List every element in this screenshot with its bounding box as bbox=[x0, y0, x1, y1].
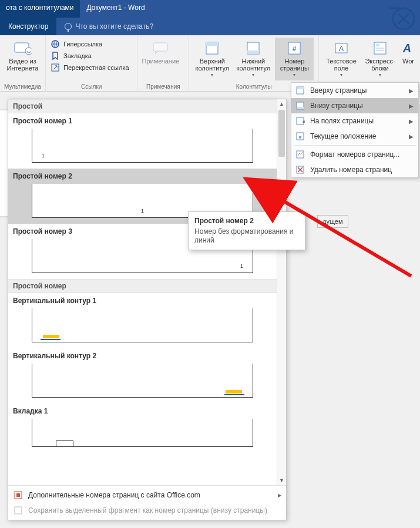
preview-number: 1 bbox=[141, 208, 144, 214]
comment-label: Примечание bbox=[142, 58, 179, 65]
gallery-item-preview bbox=[32, 419, 253, 447]
gallery-more-label: Дополнительные номера страниц с сайта Of… bbox=[28, 491, 200, 499]
dropdown-arrow-icon: ▾ bbox=[340, 73, 342, 78]
hyperlink-label: Гиперссылка bbox=[63, 41, 102, 48]
remove-icon bbox=[295, 164, 305, 175]
svg-rect-15 bbox=[376, 44, 379, 46]
preview-number: 1 bbox=[240, 263, 243, 269]
menu-item-format-page-numbers[interactable]: Формат номеров страниц... bbox=[291, 147, 418, 162]
gallery-item-preview bbox=[32, 308, 253, 342]
menu-label: Удалить номера страниц bbox=[310, 166, 392, 174]
bookmark-icon bbox=[51, 51, 60, 60]
gallery-item-simple-1[interactable]: Простой номер 1 1 bbox=[8, 113, 277, 169]
group-comments-caption: Примечания bbox=[141, 82, 185, 90]
scroll-down-button[interactable]: ▼ bbox=[277, 476, 286, 485]
tell-me-search[interactable]: Что вы хотите сделать? bbox=[56, 22, 162, 31]
scroll-thumb[interactable] bbox=[278, 110, 285, 157]
group-links: Гиперссылка Закладка Перекрестная ссылка… bbox=[46, 35, 137, 91]
online-video-label: Видео из Интернета bbox=[5, 58, 41, 72]
tooltip-title: Простой номер 2 bbox=[194, 217, 299, 225]
menu-label: Вверху страницы bbox=[310, 86, 367, 95]
tab-constructor[interactable]: Конструктор bbox=[0, 18, 56, 35]
online-video-button[interactable]: Видео из Интернета bbox=[4, 38, 42, 74]
crossref-label: Перекрестная ссылка bbox=[63, 64, 129, 71]
format-icon bbox=[295, 149, 305, 160]
gallery-item-tooltip: Простой номер 2 Номер без форматирования… bbox=[188, 211, 305, 250]
accent-shape bbox=[226, 390, 242, 394]
dropdown-arrow-icon: ▾ bbox=[293, 73, 295, 78]
svg-rect-9 bbox=[247, 51, 259, 54]
gallery-item-tab-1[interactable]: Вкладка 1 bbox=[8, 403, 277, 453]
group-multimedia-caption: Мультимедиа bbox=[4, 82, 42, 90]
menu-label: Внизу страницы bbox=[310, 102, 363, 110]
header-button[interactable]: Верхний колонтитул ▾ bbox=[193, 38, 231, 80]
link-previous-button[interactable]: дущем bbox=[317, 215, 348, 228]
svg-rect-31 bbox=[15, 507, 22, 514]
menu-item-current-position[interactable]: # Текущее положение ▶ bbox=[291, 129, 418, 144]
dropdown-arrow-icon: ▾ bbox=[252, 73, 254, 78]
crossref-button[interactable]: Перекрестная ссылка bbox=[49, 62, 130, 73]
hyperlink-button[interactable]: Гиперссылка bbox=[49, 39, 130, 49]
group-multimedia: Видео из Интернета Мультимедиа bbox=[0, 35, 46, 91]
footer-button[interactable]: Нижний колонтитул ▾ bbox=[234, 38, 273, 80]
bookmark-button[interactable]: Закладка bbox=[49, 51, 130, 61]
svg-rect-22 bbox=[297, 107, 304, 109]
document-title: Документ1 - Word bbox=[80, 0, 152, 18]
gallery-item-vertical-outline-2[interactable]: Вертикальный контур 2 bbox=[8, 348, 277, 403]
link-previous-label: дущем bbox=[322, 218, 343, 225]
textbox-button[interactable]: A Текстовое поле ▾ bbox=[322, 38, 360, 80]
page-number-gallery: Простой Простой номер 1 1 Простой номер … bbox=[8, 99, 287, 520]
wordart-label: Wor bbox=[402, 58, 414, 65]
gallery-item-preview: 1 bbox=[32, 129, 253, 163]
gallery-scrollbar[interactable]: ▲ ▼ bbox=[277, 99, 286, 485]
footer-label: Нижний колонтитул bbox=[235, 58, 271, 72]
page-number-button[interactable]: # Номер страницы ▾ bbox=[275, 38, 314, 80]
menu-item-page-margins[interactable]: # На полях страницы ▶ bbox=[291, 113, 418, 129]
svg-text:A: A bbox=[402, 42, 411, 55]
gallery-more-from-office[interactable]: Дополнительные номера страниц с сайта Of… bbox=[12, 488, 283, 502]
bookmark-label: Закладка bbox=[63, 52, 92, 59]
comment-icon bbox=[151, 40, 170, 56]
lightbulb-icon bbox=[65, 23, 72, 30]
quickparts-label: Экспресс-блоки bbox=[364, 58, 397, 72]
dropdown-arrow-icon: ▾ bbox=[379, 73, 381, 78]
group-comments: Примечание Примечания bbox=[137, 35, 189, 91]
page-number-icon: # bbox=[285, 40, 304, 56]
textbox-label: Текстовое поле bbox=[324, 58, 359, 72]
gallery-item-title: Простой номер 2 bbox=[12, 170, 273, 184]
wordart-button[interactable]: A Wor bbox=[400, 38, 416, 67]
menu-item-top-of-page[interactable]: Вверху страницы ▶ bbox=[291, 83, 418, 98]
footer-icon bbox=[244, 40, 263, 56]
accent-underline bbox=[41, 339, 61, 340]
page-bottom-icon bbox=[295, 100, 305, 111]
page-number-label: Номер страницы bbox=[276, 58, 313, 72]
comment-button[interactable]: Примечание bbox=[141, 38, 180, 67]
gallery-item-title: Вкладка 1 bbox=[12, 405, 273, 419]
svg-text:A: A bbox=[339, 45, 344, 53]
menu-item-bottom-of-page[interactable]: Внизу страницы ▶ bbox=[291, 98, 418, 113]
page-number-menu: Вверху страницы ▶ Внизу страницы ▶ # На … bbox=[291, 82, 419, 178]
gallery-item-vertical-outline-1[interactable]: Вертикальный контур 1 bbox=[8, 293, 277, 348]
gallery-save-selection: Сохранить выделенный фрагмент как номер … bbox=[12, 503, 283, 517]
gallery-section-simple: Простой bbox=[8, 99, 277, 113]
header-icon bbox=[203, 40, 221, 56]
dropdown-arrow-icon: ▾ bbox=[211, 73, 213, 78]
quickparts-button[interactable]: Экспресс-блоки ▾ bbox=[362, 38, 398, 80]
gallery-section-simple-number: Простой номер bbox=[8, 279, 277, 293]
accent-underline bbox=[224, 394, 244, 395]
page-margins-icon: # bbox=[295, 116, 305, 126]
header-label: Верхний колонтитул bbox=[194, 58, 230, 72]
menu-label: Формат номеров страниц... bbox=[310, 150, 399, 159]
tooltip-body: Номер без форматирования и линий bbox=[194, 227, 299, 245]
gallery-footer: Дополнительные номера страниц с сайта Of… bbox=[8, 485, 286, 520]
svg-rect-17 bbox=[376, 50, 384, 51]
svg-rect-5 bbox=[153, 43, 167, 51]
scroll-up-button[interactable]: ▲ bbox=[277, 99, 286, 109]
svg-text:#: # bbox=[293, 45, 297, 53]
submenu-arrow-icon: ▶ bbox=[409, 133, 414, 140]
submenu-arrow-icon: ▶ bbox=[409, 103, 414, 109]
preview-number: 1 bbox=[42, 153, 45, 159]
gallery-save-label: Сохранить выделенный фрагмент как номер … bbox=[28, 506, 267, 514]
menu-item-remove-page-numbers[interactable]: Удалить номера страниц bbox=[291, 162, 418, 177]
svg-rect-16 bbox=[376, 48, 384, 49]
